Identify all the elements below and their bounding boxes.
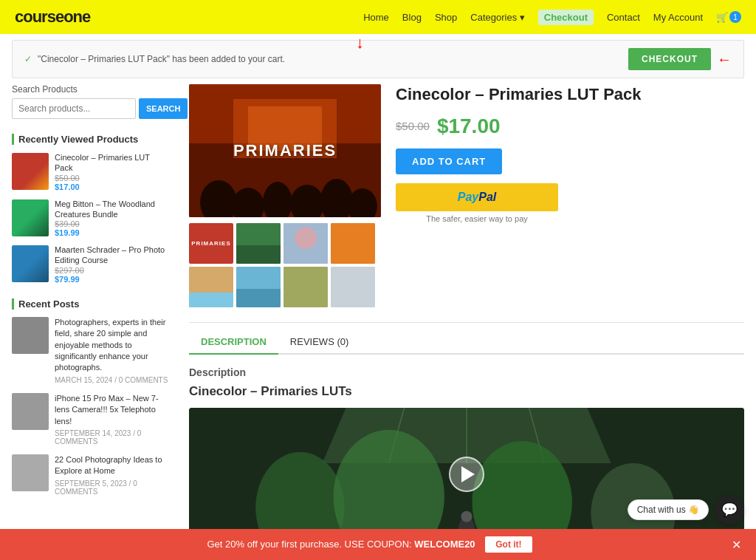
nav-my-account[interactable]: My Account (653, 12, 703, 23)
list-item[interactable]: 22 Cool Photography Ideas to Explore at … (12, 454, 170, 496)
rp-thumb-2 (12, 393, 49, 430)
rp-title-1: Photographers, experts in their field, s… (55, 317, 170, 374)
rv-price-old-3: $297.00 (55, 266, 170, 275)
thumb-6[interactable] (236, 267, 281, 307)
rv-price-old-2: $39.00 (55, 219, 170, 228)
thumb-7[interactable] (284, 267, 328, 307)
recently-viewed-title: Recently Viewed Products (12, 134, 170, 145)
checkout-arrow: ↓ (356, 33, 364, 52)
add-to-cart-button[interactable]: ADD TO CART (396, 148, 502, 174)
paypal-label: PayPal (458, 191, 496, 204)
recent-posts-section: Recent Posts Photographers, experts in t… (12, 298, 170, 496)
cart-icon[interactable]: 🛒1 (716, 11, 741, 23)
check-icon: ✓ (24, 54, 32, 64)
chat-button[interactable]: 💬 (715, 495, 744, 525)
recent-posts-title: Recent Posts (12, 298, 170, 310)
rv-name-1: Cinecolor – Primaries LUT Pack (55, 152, 170, 174)
sidebar: Search Products SEARCH Recently Viewed P… (12, 84, 182, 541)
cart-message: ✓ "Cinecolor – Primaries LUT Pack" has b… (24, 54, 285, 64)
product-details: Cinecolor – Primaries LUT Pack $50.00 $1… (396, 84, 744, 307)
svg-rect-11 (236, 245, 281, 264)
svg-rect-20 (331, 267, 375, 307)
svg-point-13 (295, 227, 317, 249)
rv-price-new-3: $79.99 (55, 275, 170, 284)
thumb-4[interactable] (331, 223, 375, 264)
svg-rect-14 (331, 223, 375, 264)
list-item[interactable]: Photographers, experts in their field, s… (12, 317, 170, 384)
description-heading1: Description (189, 366, 744, 378)
rv-thumb-3 (12, 245, 49, 282)
product-images: SALE! 🔍 (189, 84, 381, 307)
nav-shop[interactable]: Shop (435, 12, 457, 23)
thumb-2[interactable] (236, 223, 281, 264)
paypal-tagline: The safer, easier way to pay (396, 214, 558, 223)
svg-rect-18 (236, 289, 281, 307)
price-new: $17.00 (437, 115, 501, 138)
main-nav: Home Blog Shop Categories ▾ Checkout Con… (363, 10, 741, 25)
rv-price-new-1: $17.00 (55, 182, 170, 191)
rv-thumb-1 (12, 153, 49, 190)
got-it-button[interactable]: Got it! (485, 536, 532, 541)
rv-thumb-2 (12, 199, 49, 236)
header: courseone Home Blog Shop Categories ▾ Ch… (0, 0, 756, 34)
checkout-button[interactable]: CHECKOUT (628, 48, 711, 70)
nav-home[interactable]: Home (363, 12, 389, 23)
video-play-button[interactable] (449, 457, 484, 492)
product-title: Cinecolor – Primaries LUT Pack (396, 84, 744, 106)
svg-point-31 (461, 511, 472, 522)
rp-title-3: 22 Cool Photography Ideas to Explore at … (55, 454, 170, 477)
list-item[interactable]: Cinecolor – Primaries LUT Pack $50.00 $1… (12, 152, 170, 191)
checkout-bar-arrow: ← (717, 51, 732, 68)
search-row: SEARCH (12, 98, 170, 119)
rp-meta-1: MARCH 15, 2024 / 0 COMMENTS (55, 376, 170, 384)
main-image-label: PRIMARIES (233, 141, 337, 160)
thumb-1[interactable]: PRIMARIES (189, 223, 233, 264)
bottom-banner: Get 20% off your first purchase. USE COU… (0, 529, 756, 541)
thumb-8[interactable] (331, 267, 375, 307)
price-row: $50.00 $17.00 (396, 115, 744, 138)
cart-notification: ✓ "Cinecolor – Primaries LUT Pack" has b… (12, 40, 744, 78)
rp-meta-2: SEPTEMBER 14, 2023 / 0 COMMENTS (55, 429, 170, 445)
rp-thumb-1 (12, 317, 49, 354)
list-item[interactable]: Meg Bitton – The Woodland Creatures Bund… (12, 199, 170, 238)
nav-categories[interactable]: Categories ▾ (470, 12, 524, 23)
nav-blog[interactable]: Blog (402, 12, 422, 23)
site-logo[interactable]: courseone (15, 7, 90, 27)
rv-price-old-1: $50.00 (55, 174, 170, 182)
nav-checkout[interactable]: Checkout (538, 10, 594, 25)
search-section: Search Products SEARCH (12, 84, 170, 119)
svg-rect-16 (189, 293, 233, 307)
price-old: $50.00 (396, 120, 430, 132)
rv-name-2: Meg Bitton – The Woodland Creatures Bund… (55, 199, 170, 220)
svg-rect-19 (284, 267, 328, 307)
chat-label: Chat with us 👋 (628, 499, 709, 520)
thumb-5[interactable] (189, 267, 233, 307)
search-label: Search Products (12, 84, 170, 95)
close-banner-button[interactable]: ✕ (732, 538, 741, 542)
coupon-code: WELCOME20 (414, 539, 475, 541)
rp-thumb-3 (12, 454, 49, 491)
list-item[interactable]: iPhone 15 Pro Max – New 7-lens Camera!!!… (12, 393, 170, 445)
tab-bar: DESCRIPTION REVIEWS (0) (189, 330, 744, 355)
rv-name-3: Maarten Schrader – Pro Photo Editing Cou… (55, 245, 170, 266)
paypal-button[interactable]: PayPal (396, 183, 558, 211)
search-button[interactable]: SEARCH (139, 98, 188, 119)
product-area: SALE! 🔍 (182, 84, 744, 541)
tab-reviews[interactable]: REVIEWS (0) (278, 330, 360, 355)
thumb-3[interactable] (284, 223, 328, 264)
tab-description[interactable]: DESCRIPTION (189, 330, 278, 355)
product-top: SALE! 🔍 (189, 84, 744, 307)
main-product-image: SALE! 🔍 (189, 84, 381, 217)
thumbnail-grid: PRIMARIES (189, 223, 381, 307)
list-item[interactable]: Maarten Schrader – Pro Photo Editing Cou… (12, 245, 170, 284)
main-content: Search Products SEARCH Recently Viewed P… (0, 84, 756, 541)
rp-title-2: iPhone 15 Pro Max – New 7-lens Camera!!!… (55, 393, 170, 427)
nav-contact[interactable]: Contact (607, 12, 640, 23)
search-input[interactable] (12, 98, 136, 119)
recently-viewed-section: Recently Viewed Products Cinecolor – Pri… (12, 134, 170, 284)
rv-price-new-2: $19.99 (55, 228, 170, 237)
rp-meta-3: SEPTEMBER 5, 2023 / 0 COMMENTS (55, 479, 170, 496)
cart-count: 1 (729, 11, 741, 23)
description-heading2: Cinecolor – Primaries LUTs (189, 384, 744, 399)
chat-widget: Chat with us 👋 💬 (628, 495, 744, 525)
